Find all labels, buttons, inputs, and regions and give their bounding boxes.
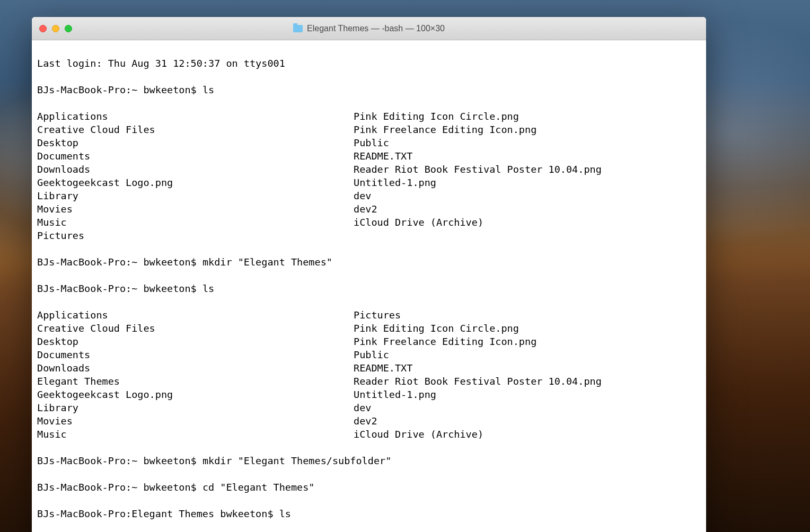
terminal-window: Elegant Themes — -bash — 100×30 Last log… [32,17,706,532]
traffic-lights [32,25,72,32]
window-title: Elegant Themes — -bash — 100×30 [307,24,445,33]
title-center: Elegant Themes — -bash — 100×30 [32,24,706,33]
maximize-button[interactable] [65,25,72,32]
ls-column-2: Pictures Pink Editing Icon Circle.png Pi… [354,308,602,441]
prompt-text: BJs-MacBook-Pro:Elegant Themes bwkeeton$ [37,508,279,519]
terminal-body[interactable]: Last login: Thu Aug 31 12:50:37 on ttys0… [32,40,706,532]
close-button[interactable] [39,25,47,32]
prompt-text: BJs-MacBook-Pro:~ bwkeeton$ [37,256,202,268]
prompt-text: BJs-MacBook-Pro:~ bwkeeton$ [37,283,202,294]
ls-output-2: Applications Creative Cloud Files Deskto… [37,308,701,441]
prompt-text: BJs-MacBook-Pro:~ bwkeeton$ [37,482,202,493]
command-text: ls [202,283,214,294]
prompt-line-1: BJs-MacBook-Pro:~ bwkeeton$ ls [37,83,701,96]
command-text: ls [279,508,291,519]
folder-icon [293,25,303,32]
last-login-line: Last login: Thu Aug 31 12:50:37 on ttys0… [37,57,701,70]
ls-column-1: Applications Creative Cloud Files Deskto… [37,308,354,441]
titlebar: Elegant Themes — -bash — 100×30 [32,17,706,40]
prompt-line-6: BJs-MacBook-Pro:Elegant Themes bwkeeton$… [37,507,701,520]
command-text: mkdir "Elegant Themes/subfolder" [202,455,391,466]
prompt-text: BJs-MacBook-Pro:~ bwkeeton$ [37,455,202,466]
prompt-text: BJs-MacBook-Pro:~ bwkeeton$ [37,84,202,95]
command-text: mkdir "Elegant Themes" [202,256,332,268]
command-text: ls [202,84,214,95]
minimize-button[interactable] [52,25,59,32]
ls-output-1: Applications Creative Cloud Files Deskto… [37,110,701,242]
ls-column-1: Applications Creative Cloud Files Deskto… [37,110,354,242]
ls-column-2: Pink Editing Icon Circle.png Pink Freela… [354,110,602,242]
prompt-line-5: BJs-MacBook-Pro:~ bwkeeton$ cd "Elegant … [37,481,701,494]
command-text: cd "Elegant Themes" [202,482,315,493]
prompt-line-2: BJs-MacBook-Pro:~ bwkeeton$ mkdir "Elega… [37,255,701,269]
prompt-line-3: BJs-MacBook-Pro:~ bwkeeton$ ls [37,282,701,295]
prompt-line-4: BJs-MacBook-Pro:~ bwkeeton$ mkdir "Elega… [37,454,701,467]
